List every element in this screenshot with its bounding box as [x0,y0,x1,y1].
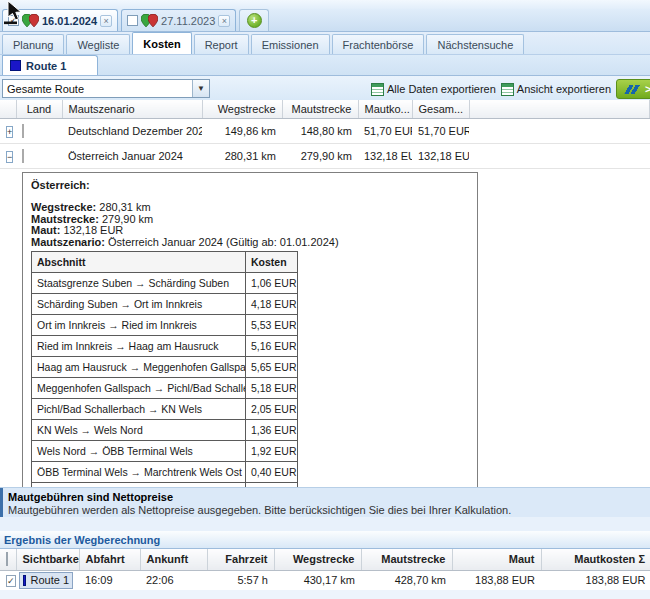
section-cost: 5,18 EUR [246,378,298,399]
detail-label: Maut: [31,224,60,236]
map-pins-icon [141,14,158,28]
result-row-route-1[interactable]: ✓ Route 1 16:09 22:06 5:57 h 430,17 km 4… [0,570,650,590]
table-row-austria[interactable]: − Österreich Januar 2024 280,31 km 279,9… [0,143,650,168]
section-name: Pichl/Bad Schallerbach → KN Wels [32,399,246,420]
route-color-icon [23,575,26,586]
cell-scenario: Österreich Januar 2024 [62,143,202,168]
tab-kosten[interactable]: Kosten [132,32,191,54]
col-mautstrecke[interactable]: Mautstrecke [282,100,358,118]
section-name: Schärding Suben → Ort im Innkreis [32,294,246,315]
table-row: Ort im Innkreis → Ried im Innkreis5,53 E… [32,315,298,336]
tab-planung[interactable]: Planung [2,34,64,54]
section-name: Staatsgrenze Suben → Schärding Suben [32,273,246,294]
document-tab-label: 27.11.2023 [161,15,215,27]
detail-label: Wegstrecke: [31,201,96,213]
route-tab-label: Route 1 [26,60,66,72]
section-name: ÖBB Terminal Wels → Marchtrenk Wels Ost [32,462,246,483]
tab-emissionen[interactable]: Emissionen [251,34,330,54]
col-sichtbarkeit[interactable]: Sichtbarkeit [16,549,79,570]
col-mautkosten-summe[interactable]: Mautkosten Σ [541,549,650,570]
table-row: Meggenhofen Gallspach → Pichl/Bad Schall… [32,378,298,399]
cell-maut: 183,88 EUR [452,570,541,590]
detail-value: 132,18 EUR [63,224,123,236]
chevron-down-icon[interactable]: ▼ [192,80,209,97]
detail-title: Österreich: [31,179,469,191]
col-wegstrecke[interactable]: Wegstrecke [274,549,361,570]
close-icon[interactable]: × [100,15,112,27]
route-name-cell[interactable]: Route 1 [19,572,73,589]
table-row: ÖBB Terminal Wels → Marchtrenk Wels Ost0… [32,462,298,483]
visibility-checkbox[interactable]: ✓ [6,575,16,587]
section-cost: 5,16 EUR [246,336,298,357]
route-tab-bar: Route 1 [0,55,650,76]
cell-gesamt: 132,18 EUR [412,143,469,168]
detail-value: 280,31 km [99,201,150,213]
col-mautszenario[interactable]: Mautszenario [62,100,202,118]
detail-value: Österreich Januar 2024 (Gültig ab: 01.01… [108,236,339,248]
toolbar: Gesamte Route ▼ Alle Daten exportieren A… [0,76,650,100]
col-fahrzeit[interactable]: Fahrzeit [207,549,274,570]
cell-wegstrecke: 149,86 km [202,118,282,143]
export-view-button[interactable]: Ansicht exportieren [501,83,611,96]
detail-label: Mautszenario: [31,236,105,248]
select-all-header[interactable] [0,549,16,570]
germany-flag-icon [22,124,24,138]
col-ankunft[interactable]: Ankunft [140,549,207,570]
result-header-bar: Ergebnis der Wegberechnung [0,531,650,549]
detail-value: 279,90 km [102,213,153,225]
tab-frachtenboerse[interactable]: Frachtenbörse [332,34,425,54]
tab-checkbox-unchecked[interactable] [127,15,138,26]
col-abfahrt[interactable]: Abfahrt [79,549,140,570]
cell-wegstrecke: 280,31 km [202,143,282,168]
expand-icon[interactable]: + [6,126,13,138]
export-all-data-button[interactable]: Alle Daten exportieren [371,83,496,96]
cell-wegstrecke: 430,17 km [274,570,361,590]
add-route-button[interactable]: + [247,13,262,28]
document-tab-bar: ✓ 16.01.2024 × 27.11.2023 × + [0,9,650,32]
col-gesamt[interactable]: Gesam... [412,100,469,118]
table-row-germany[interactable]: + Deutschland Dezember 2023 149,86 km 14… [0,118,650,143]
select-all-checkbox[interactable] [6,552,8,566]
col-abschnitt: Abschnitt [32,252,246,273]
spreadsheet-icon [371,83,384,96]
col-wegstrecke[interactable]: Wegstrecke [202,100,282,118]
section-name: Ort im Innkreis → Ried im Innkreis [32,315,246,336]
detail-label: Mautstrecke: [31,213,99,225]
cell-mautkosten: 132,18 EUR [358,143,412,168]
tab-report[interactable]: Report [194,34,249,54]
collapse-icon[interactable]: − [6,151,13,163]
document-tab-label: 16.01.2024 [42,15,97,27]
section-cost: 1,36 EUR [246,420,298,441]
cell-mautstrecke: 148,80 km [282,118,358,143]
table-row: Pichl/Bad Schallerbach → KN Wels2,05 EUR [32,399,298,420]
col-maut[interactable]: Maut [452,549,541,570]
nav-tab-bar: Planung Wegliste Kosten Report Emissione… [0,32,650,55]
route-scope-dropdown[interactable]: Gesamte Route ▼ [2,79,210,98]
toll-collect-button[interactable]: >> Toll C [616,79,650,99]
col-kosten: Kosten [246,252,298,273]
info-title: Mautgebühren sind Nettopreise [8,491,644,503]
route-name: Route 1 [30,574,69,586]
col-land[interactable]: Land [16,100,62,118]
tab-wegliste[interactable]: Wegliste [66,34,130,54]
result-table: Sichtbarkeit Abfahrt Ankunft Fahrzeit We… [0,549,650,591]
col-mautstrecke[interactable]: Mautstrecke [361,549,452,570]
col-filler [469,100,650,118]
col-mautkosten[interactable]: Mautko... [358,100,412,118]
route-scope-value: Gesamte Route [3,83,192,95]
export-all-label: Alle Daten exportieren [387,83,496,95]
tab-route-1[interactable]: Route 1 [2,55,98,75]
toll-collect-logo-icon [625,85,642,94]
close-icon[interactable]: × [218,15,230,27]
section-name: Haag am Hausruck → Meggenhofen Gallspach [32,357,246,378]
toll-sections-table: Abschnitt Kosten Staatsgrenze Suben → Sc… [31,251,298,487]
cell-gesamt: 51,70 EUR [412,118,469,143]
toll-overview-area: Land Mautszenario Wegstrecke Mautstrecke… [0,100,650,487]
export-view-label: Ansicht exportieren [517,83,611,95]
document-tab-27-11-2023[interactable]: 27.11.2023 × [121,9,236,31]
spreadsheet-icon [501,83,514,96]
tab-naechstensuche[interactable]: Nächstensuche [426,34,524,54]
table-row: Schärding Suben → Ort im Innkreis4,18 EU… [32,294,298,315]
route-color-icon [10,60,21,71]
cell-mautstrecke: 279,90 km [282,143,358,168]
